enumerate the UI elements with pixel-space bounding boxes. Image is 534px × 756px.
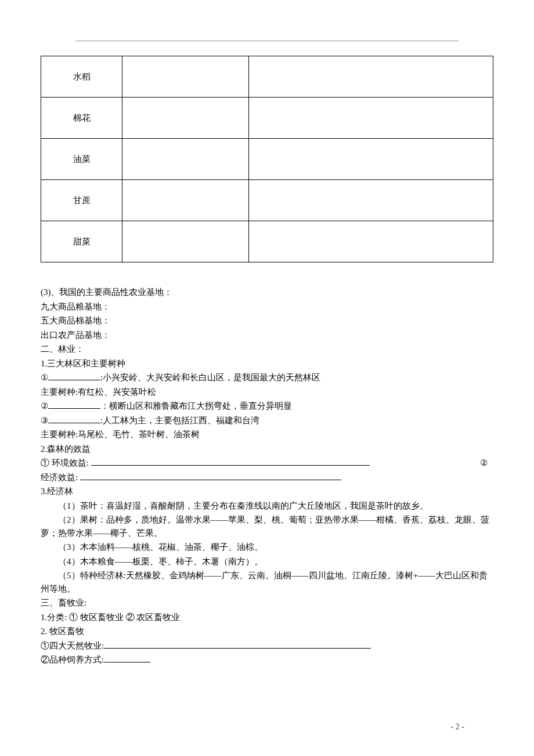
table-row: 棉花	[41, 98, 493, 139]
export-bases-line: 出口农产品基地：	[41, 329, 493, 342]
econ-benefit-line: 经济效益:	[41, 471, 493, 484]
table-cell	[249, 221, 493, 262]
env-benefit-label: ① 环境效益:	[41, 458, 91, 467]
crops-table: 水稻 棉花 油菜 甘蔗 甜菜	[41, 56, 493, 262]
forest-region-1-trees: 主要树种:有红松、兴安落叶松	[41, 386, 493, 399]
econ-forest-4: （4）木本粮食——板栗、枣、柿子、木薯（南方）。	[41, 555, 493, 568]
fill-blank	[91, 465, 370, 466]
crop-label: 油菜	[41, 139, 122, 180]
table-cell	[122, 221, 249, 262]
fill-blank	[48, 408, 100, 409]
fill-blank	[80, 480, 341, 480]
crop-label: 棉花	[41, 98, 122, 139]
fill-blank	[48, 423, 100, 423]
table-row: 甜菜	[41, 221, 493, 262]
table-cell	[122, 180, 249, 221]
crop-label: 水稻	[41, 56, 122, 98]
enum-2-right: ②	[480, 456, 488, 470]
section3-title: (3)、我国的主要商品性农业基地：	[41, 286, 493, 299]
table-cell	[249, 56, 493, 98]
econ-forest-2: （2）果树：品种多，质地好。温带水果——苹果、梨、桃、葡萄；亚热带水果——柑橘、…	[41, 513, 493, 539]
env-benefit-line: ① 环境效益: ②	[41, 456, 493, 470]
fill-blank	[48, 380, 100, 380]
forest-region-3: ③:人工林为主，主要包括江西、福建和台湾	[41, 414, 493, 427]
forest-benefits-heading: 2.森林的效益	[41, 442, 493, 456]
table-cell	[122, 98, 249, 139]
forest-region-3-trees: 主要树种:马尾松、毛竹、茶叶树、油茶树	[41, 428, 493, 441]
enum-3: ③	[41, 416, 48, 425]
forest-region-2: ②：横断山区和雅鲁藏布江大拐弯处，垂直分异明显	[41, 399, 493, 413]
forest-region-3-body: :人工林为主，主要包括江西、福建和台湾	[100, 416, 259, 425]
cotton-bases-line: 五大商品棉基地：	[41, 314, 493, 327]
header-divider	[75, 41, 459, 41]
forest-regions-heading: 1.三大林区和主要树种	[41, 357, 493, 370]
table-row: 水稻	[41, 56, 493, 98]
economic-forest-heading: 3.经济林	[41, 485, 493, 498]
husbandry-heading: 三、畜牧业:	[41, 596, 493, 610]
econ-forest-1: （1）茶叶：喜温好湿，喜酸耐阴，主要分布在秦淮线以南的广大丘陵地区，我国是茶叶的…	[41, 499, 493, 513]
forest-region-2-body: ：横断山区和雅鲁藏布江大拐弯处，垂直分异明显	[100, 401, 292, 411]
forest-region-1-body: :小兴安岭、大兴安岭和长白山区，是我国最大的天然林区	[100, 373, 320, 382]
fill-blank	[104, 662, 150, 663]
econ-forest-5: （5）特种经济林:天然橡胶、金鸡纳树——广东、云南。油桐——四川盆地、江南丘陵。…	[41, 569, 493, 595]
table-cell	[122, 56, 249, 98]
fill-blank	[104, 648, 371, 649]
table-cell	[249, 180, 493, 221]
forest-region-1: ①:小兴安岭、大兴安岭和长白山区，是我国最大的天然林区	[41, 371, 493, 384]
table-row: 甘蔗	[41, 180, 493, 221]
pastures-label: ①四大天然牧业:	[41, 641, 104, 650]
table-row: 油菜	[41, 139, 493, 180]
table-cell	[122, 139, 249, 180]
forestry-heading: 二、林业：	[41, 343, 493, 356]
table-cell	[249, 98, 493, 139]
crop-label: 甜菜	[41, 221, 122, 262]
breeding-label: ②品种饲养方式:	[41, 655, 104, 664]
enum-2: ②	[41, 401, 48, 411]
enum-1: ①	[41, 373, 48, 382]
table-cell	[249, 139, 493, 180]
econ-benefit-label: 经济效益:	[41, 473, 80, 482]
breeding-line: ②品种饲养方式:	[41, 653, 493, 667]
pastoral-heading: 2. 牧区畜牧	[41, 625, 493, 638]
husbandry-classification: 1.分类: ① 牧区畜牧业 ② 农区畜牧业	[41, 611, 493, 624]
econ-forest-3: （3）木本油料——核桃、花椒、油茶、椰子、油棕。	[41, 541, 493, 554]
grain-bases-line: 九大商品粮基地：	[41, 300, 493, 314]
pastures-line: ①四大天然牧业:	[41, 639, 493, 653]
crop-label: 甘蔗	[41, 180, 122, 221]
page-number: - 2 -	[451, 721, 464, 733]
